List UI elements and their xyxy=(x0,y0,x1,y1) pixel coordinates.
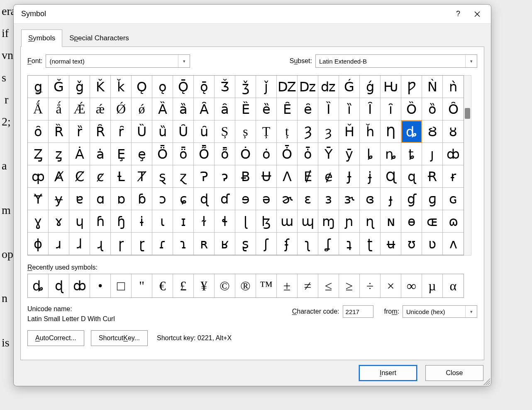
character-cell[interactable]: ǲ xyxy=(298,76,318,98)
character-cell[interactable]: ȶ xyxy=(401,143,422,165)
character-cell[interactable]: ɝ xyxy=(339,188,360,210)
character-cell[interactable]: ȃ xyxy=(215,98,235,120)
character-cell[interactable]: ɘ xyxy=(235,188,256,210)
character-cell[interactable]: ȑ xyxy=(69,120,90,143)
character-cell[interactable]: ȡ xyxy=(401,120,422,143)
character-cell[interactable]: ǳ xyxy=(318,76,339,98)
character-cell[interactable]: Ȟ xyxy=(339,120,360,143)
recent-character-cell[interactable]: € xyxy=(152,274,173,297)
character-cell[interactable]: ȿ xyxy=(152,165,173,188)
character-cell[interactable]: ɋ xyxy=(401,165,422,188)
character-cell[interactable]: Ȓ xyxy=(90,120,111,143)
character-cell[interactable]: Ȑ xyxy=(49,120,69,143)
character-cell[interactable]: ȸ xyxy=(443,143,464,165)
character-cell[interactable]: Ǧ xyxy=(49,76,69,98)
autocorrect-button[interactable]: AutoCorrect... xyxy=(27,330,84,346)
character-cell[interactable]: Ǳ xyxy=(277,76,298,98)
character-cell[interactable]: Ȼ xyxy=(69,165,90,188)
character-cell[interactable]: Ȫ xyxy=(152,143,173,165)
character-cell[interactable]: ə xyxy=(256,188,277,210)
character-cell[interactable]: ɬ xyxy=(215,210,235,233)
character-cell[interactable]: ȉ xyxy=(339,98,360,120)
recent-character-cell[interactable]: µ xyxy=(422,274,443,297)
character-cell[interactable]: ɻ xyxy=(90,233,111,255)
character-cell[interactable]: ȭ xyxy=(215,143,235,165)
subset-combo[interactable]: Latin Extended-B ▾ xyxy=(315,54,477,68)
character-cell[interactable]: ɭ xyxy=(235,210,256,233)
character-cell[interactable]: ǯ xyxy=(235,76,256,98)
character-cell[interactable]: ȣ xyxy=(443,120,464,143)
recent-character-cell[interactable]: α xyxy=(443,274,464,297)
recent-character-cell[interactable]: ≠ xyxy=(298,274,318,297)
character-cell[interactable]: ɷ xyxy=(443,210,464,233)
recent-character-cell[interactable]: × xyxy=(381,274,401,297)
character-cell[interactable]: ɥ xyxy=(69,210,90,233)
recent-character-cell[interactable]: £ xyxy=(173,274,194,297)
character-cell[interactable]: ȹ xyxy=(28,165,49,188)
character-cell[interactable]: Ⱥ xyxy=(49,165,69,188)
recent-character-cell[interactable]: ± xyxy=(277,274,298,297)
help-button[interactable]: ? xyxy=(449,5,468,24)
character-cell[interactable]: Ǽ xyxy=(69,98,90,120)
character-cell[interactable]: ʅ xyxy=(298,233,318,255)
character-cell[interactable]: ȁ xyxy=(173,98,194,120)
character-cell[interactable]: ɿ xyxy=(173,233,194,255)
character-cell[interactable]: ȕ xyxy=(152,120,173,143)
character-cell[interactable]: ɹ xyxy=(49,233,69,255)
tab-symbols[interactable]: Symbols xyxy=(21,29,62,47)
character-cell[interactable]: ɞ xyxy=(360,188,381,210)
character-cell[interactable]: ʆ xyxy=(318,233,339,255)
character-cell[interactable]: ȷ xyxy=(422,143,443,165)
character-cell[interactable]: ʌ xyxy=(443,233,464,255)
character-cell[interactable]: Ȉ xyxy=(318,98,339,120)
character-cell[interactable]: Ȗ xyxy=(173,120,194,143)
shortcut-key-button[interactable]: Shortcut Key... xyxy=(91,330,148,346)
character-cell[interactable]: Ȯ xyxy=(235,143,256,165)
character-cell[interactable]: ɮ xyxy=(256,210,277,233)
character-cell[interactable]: Ǻ xyxy=(28,98,49,120)
character-cell[interactable]: Ȣ xyxy=(422,120,443,143)
character-cell[interactable]: ȓ xyxy=(111,120,132,143)
character-cell[interactable]: Ƿ xyxy=(401,76,422,98)
recent-character-cell[interactable]: ȸ xyxy=(69,274,90,297)
character-cell[interactable]: Ȍ xyxy=(401,98,422,120)
character-cell[interactable]: ɒ xyxy=(111,188,132,210)
character-cell[interactable]: ǰ xyxy=(256,76,277,98)
grid-scrollbar[interactable] xyxy=(464,75,471,255)
character-cell[interactable]: Ȕ xyxy=(132,120,152,143)
character-grid[interactable]: ǥǦǧǨǩǪǫǬǭǮǯǰǱǲǳǴǵǶǷǸǹǺǻǼǽǾǿȀȁȂȃȄȅȆȇȈȉȊȋȌ… xyxy=(27,75,464,255)
character-cell[interactable]: ȥ xyxy=(49,143,69,165)
character-cell[interactable]: ɴ xyxy=(381,210,401,233)
character-cell[interactable]: ǽ xyxy=(90,98,111,120)
character-cell[interactable]: ȵ xyxy=(381,143,401,165)
character-cell[interactable]: Ǵ xyxy=(339,76,360,98)
character-cell[interactable]: Ȥ xyxy=(28,143,49,165)
character-cell[interactable]: ɫ xyxy=(194,210,215,233)
character-cell[interactable]: ɳ xyxy=(360,210,381,233)
character-cell[interactable]: ɰ xyxy=(298,210,318,233)
recent-character-cell[interactable]: ɖ xyxy=(49,274,69,297)
character-cell[interactable]: ɕ xyxy=(173,188,194,210)
character-cell[interactable]: ǭ xyxy=(194,76,215,98)
character-cell[interactable]: ɧ xyxy=(111,210,132,233)
character-cell[interactable]: ɚ xyxy=(277,188,298,210)
character-cell[interactable]: Ɇ xyxy=(298,165,318,188)
character-cell[interactable]: ɉ xyxy=(360,165,381,188)
character-cell[interactable]: ʃ xyxy=(256,233,277,255)
character-cell[interactable]: Ǫ xyxy=(132,76,152,98)
character-cell[interactable]: Ȃ xyxy=(194,98,215,120)
character-cell[interactable]: ȍ xyxy=(422,98,443,120)
character-cell[interactable]: ɛ xyxy=(298,188,318,210)
character-cell[interactable]: ɇ xyxy=(318,165,339,188)
character-cell[interactable]: ǻ xyxy=(49,98,69,120)
character-cell[interactable]: ɏ xyxy=(49,188,69,210)
character-cell[interactable]: Ǯ xyxy=(215,76,235,98)
character-cell[interactable]: ȳ xyxy=(339,143,360,165)
tab-special-characters[interactable]: Special Characters xyxy=(62,29,136,47)
character-cell[interactable]: ʀ xyxy=(194,233,215,255)
character-cell[interactable]: ʊ xyxy=(401,233,422,255)
character-cell[interactable]: ȏ xyxy=(28,120,49,143)
character-cell[interactable]: ɺ xyxy=(69,233,90,255)
font-combo[interactable]: (normal text) ▾ xyxy=(46,54,190,68)
character-cell[interactable]: Ɉ xyxy=(339,165,360,188)
